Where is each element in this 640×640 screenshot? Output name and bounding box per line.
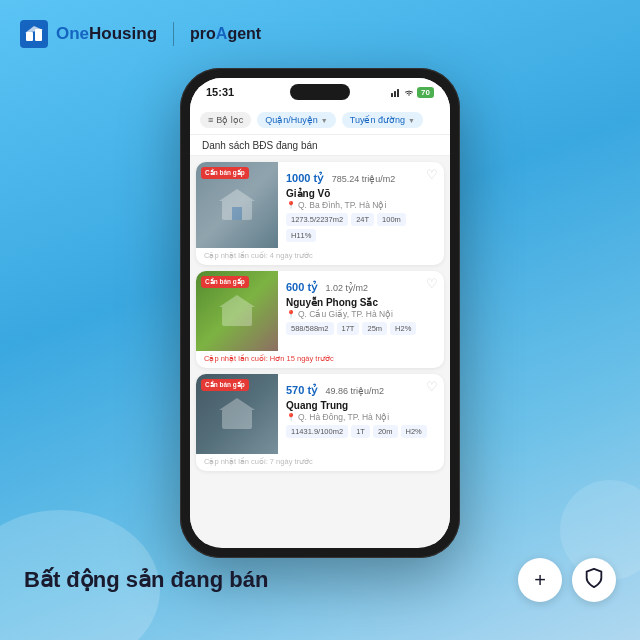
proagent-text: proAgent <box>190 25 261 43</box>
price-row: 600 tỷ 1.02 tỷ/m2 <box>286 277 436 295</box>
tag-frontage: 25m <box>362 322 387 335</box>
property-location: 📍 Q. Cầu Giấy, TP. Hà Nội <box>286 309 436 319</box>
phone-mockup: 15:31 70 <box>180 68 460 558</box>
svg-marker-7 <box>219 189 255 201</box>
card-update: Cập nhật lần cuối: 7 ngày trước <box>196 454 444 471</box>
card-price: 1000 tỷ <box>286 172 324 184</box>
header-divider <box>173 22 174 46</box>
svg-marker-12 <box>219 398 255 410</box>
svg-rect-5 <box>397 89 399 97</box>
status-icons: 70 <box>391 87 434 98</box>
phone-body: 15:31 70 <box>180 68 460 558</box>
card-content: ♡ 570 tỷ 49.86 triệu/m2 Quang Trung 📍 Q.… <box>278 374 444 454</box>
svg-rect-3 <box>391 93 393 97</box>
card-content: ♡ 600 tỷ 1.02 tỷ/m2 Nguyễn Phong Sắc 📍 Q… <box>278 271 444 351</box>
tag-frontage: 100m <box>377 213 406 226</box>
tag-return: H2% <box>401 425 427 438</box>
listing-card[interactable]: Cần bán gấp ♡ 1000 tỷ 785.24 triệu/m2 Gi… <box>196 162 444 265</box>
dynamic-island <box>290 84 350 100</box>
page-title: Bất động sản đang bán <box>24 567 268 593</box>
action-buttons: + <box>518 558 616 602</box>
logo: OneHousing <box>20 20 157 48</box>
shield-button[interactable] <box>572 558 616 602</box>
chevron-down-icon: ▼ <box>321 117 328 124</box>
filter-button[interactable]: ≡ Bộ lọc <box>200 112 251 128</box>
bottom-section: Bất động sản đang bán + <box>0 520 640 640</box>
location-pin-icon: 📍 <box>286 413 296 422</box>
urgent-badge: Cần bán gấp <box>201 167 249 179</box>
svg-rect-4 <box>394 91 396 97</box>
tag-return: H11% <box>286 229 316 242</box>
location-pin-icon: 📍 <box>286 201 296 210</box>
card-update: Cập nhật lần cuối: Hơn 15 ngày trước <box>196 351 444 368</box>
urgent-badge: Cần bán gấp <box>201 379 249 391</box>
listings-container: Cần bán gấp ♡ 1000 tỷ 785.24 triệu/m2 Gi… <box>190 156 450 544</box>
card-content: ♡ 1000 tỷ 785.24 triệu/m2 Giảng Võ 📍 Q. … <box>278 162 444 248</box>
card-price-psm: 1.02 tỷ/m2 <box>326 283 369 293</box>
svg-rect-9 <box>222 306 252 326</box>
tag-area: 1273.5/2237m2 <box>286 213 348 226</box>
chevron-down-icon: ▼ <box>408 117 415 124</box>
svg-rect-8 <box>232 207 242 220</box>
tag-area: 588/588m2 <box>286 322 334 335</box>
svg-rect-0 <box>26 32 33 41</box>
logo-icon <box>20 20 48 48</box>
listing-card[interactable]: Cần bán gấp ♡ 600 tỷ 1.02 tỷ/m2 Nguyễn P… <box>196 271 444 368</box>
card-price-psm: 49.86 triệu/m2 <box>326 386 385 396</box>
favorite-icon[interactable]: ♡ <box>426 379 438 394</box>
filter-icon: ≡ <box>208 115 213 125</box>
card-price: 570 tỷ <box>286 384 318 396</box>
tag-floors: 1T <box>351 425 370 438</box>
card-price: 600 tỷ <box>286 281 318 293</box>
price-row: 1000 tỷ 785.24 triệu/m2 <box>286 168 436 186</box>
svg-rect-11 <box>222 409 252 429</box>
phone-screen: 15:31 70 <box>190 78 450 548</box>
battery-badge: 70 <box>417 87 434 98</box>
property-name: Giảng Võ <box>286 188 436 199</box>
svg-marker-10 <box>219 295 255 307</box>
property-name: Nguyễn Phong Sắc <box>286 297 436 308</box>
property-tags: 11431.9/100m2 1T 20m H2% <box>286 425 436 438</box>
card-image: Cần bán gấp <box>196 374 278 454</box>
tag-area: 11431.9/100m2 <box>286 425 348 438</box>
price-row: 570 tỷ 49.86 triệu/m2 <box>286 380 436 398</box>
card-price-psm: 785.24 triệu/m2 <box>332 174 396 184</box>
district-filter[interactable]: Quận/Huyện ▼ <box>257 112 335 128</box>
header: OneHousing proAgent <box>0 0 640 68</box>
property-name: Quang Trung <box>286 400 436 411</box>
property-tags: 1273.5/2237m2 24T 100m H11% <box>286 213 436 242</box>
card-image: Cần bán gấp <box>196 162 278 248</box>
direction-filter[interactable]: Tuyến đường ▼ <box>342 112 423 128</box>
tag-frontage: 20m <box>373 425 398 438</box>
add-button[interactable]: + <box>518 558 562 602</box>
tag-floors: 24T <box>351 213 374 226</box>
property-tags: 588/588m2 17T 25m H2% <box>286 322 436 335</box>
logo-text: OneHousing <box>56 24 157 44</box>
shield-icon <box>583 567 605 594</box>
section-title: Danh sách BĐS đang bán <box>190 135 450 156</box>
property-location: 📍 Q. Hà Đông, TP. Hà Nội <box>286 412 436 422</box>
signal-icon <box>391 87 401 97</box>
favorite-icon[interactable]: ♡ <box>426 276 438 291</box>
location-pin-icon: 📍 <box>286 310 296 319</box>
urgent-badge: Cần bán gấp <box>201 276 249 288</box>
status-time: 15:31 <box>206 86 234 98</box>
filter-bar[interactable]: ≡ Bộ lọc Quận/Huyện ▼ Tuyến đường ▼ <box>190 106 450 135</box>
listing-card[interactable]: Cần bán gấp ♡ 570 tỷ 49.86 triệu/m2 Quan… <box>196 374 444 471</box>
tag-return: H2% <box>390 322 416 335</box>
card-image: Cần bán gấp <box>196 271 278 351</box>
tag-floors: 17T <box>337 322 360 335</box>
wifi-icon <box>404 87 414 97</box>
card-update: Cập nhật lần cuối: 4 ngày trước <box>196 248 444 265</box>
plus-icon: + <box>534 569 546 592</box>
property-location: 📍 Q. Ba Đình, TP. Hà Nội <box>286 200 436 210</box>
favorite-icon[interactable]: ♡ <box>426 167 438 182</box>
